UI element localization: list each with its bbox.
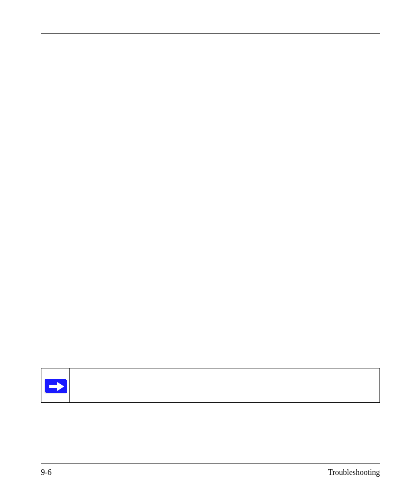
header-rule — [41, 33, 380, 34]
arrow-right-icon — [45, 379, 66, 392]
note-icon-cell — [41, 368, 70, 403]
page: 9-6 Troubleshooting — [0, 0, 420, 504]
page-number: 9-6 — [41, 468, 52, 477]
footer-rule — [41, 464, 380, 464]
section-title: Troubleshooting — [328, 468, 380, 477]
note-text — [70, 368, 380, 403]
note-callout — [41, 368, 380, 403]
